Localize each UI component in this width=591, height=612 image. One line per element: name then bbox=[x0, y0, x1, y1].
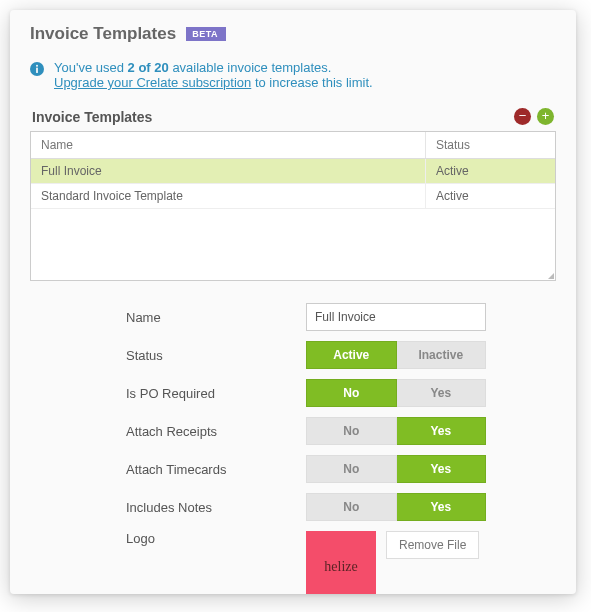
label-attach-receipts: Attach Receipts bbox=[126, 424, 276, 439]
add-template-button[interactable]: + bbox=[537, 108, 554, 125]
settings-card: Invoice Templates BETA You've used 2 of … bbox=[10, 10, 576, 594]
po-option-no[interactable]: No bbox=[306, 379, 397, 407]
table-row[interactable]: Full Invoice Active bbox=[31, 159, 555, 184]
timecards-option-yes[interactable]: Yes bbox=[397, 455, 487, 483]
resize-handle-icon[interactable] bbox=[548, 273, 554, 279]
attach-timecards-toggle: No Yes bbox=[306, 455, 486, 483]
plus-icon: + bbox=[542, 109, 550, 122]
cell-status: Active bbox=[425, 184, 555, 208]
field-po-required: Is PO Required No Yes bbox=[126, 379, 550, 407]
col-status[interactable]: Status bbox=[425, 132, 555, 158]
svg-rect-1 bbox=[36, 68, 38, 73]
name-input[interactable] bbox=[306, 303, 486, 331]
minus-icon: − bbox=[519, 109, 527, 122]
usage-notice: You've used 2 of 20 available invoice te… bbox=[30, 54, 556, 104]
notice-prefix: You've used bbox=[54, 60, 128, 75]
table-row[interactable]: Standard Invoice Template Active bbox=[31, 184, 555, 209]
includes-notes-toggle: No Yes bbox=[306, 493, 486, 521]
page-header: Invoice Templates BETA bbox=[30, 10, 556, 54]
notice-count: 2 of 20 bbox=[128, 60, 169, 75]
page-title: Invoice Templates bbox=[30, 24, 176, 44]
po-option-yes[interactable]: Yes bbox=[397, 379, 487, 407]
panel-title: Invoice Templates bbox=[32, 109, 152, 125]
col-name[interactable]: Name bbox=[31, 132, 425, 158]
attach-receipts-toggle: No Yes bbox=[306, 417, 486, 445]
svg-rect-2 bbox=[36, 65, 38, 67]
status-toggle: Active Inactive bbox=[306, 341, 486, 369]
label-po-required: Is PO Required bbox=[126, 386, 276, 401]
panel-actions: − + bbox=[514, 108, 554, 125]
template-form: Name Status Active Inactive Is PO Requir… bbox=[30, 303, 556, 594]
beta-badge: BETA bbox=[186, 27, 226, 41]
table-header: Name Status bbox=[31, 132, 555, 159]
receipts-option-no[interactable]: No bbox=[306, 417, 397, 445]
notice-mid: available invoice templates. bbox=[169, 60, 332, 75]
field-name: Name bbox=[126, 303, 550, 331]
status-option-active[interactable]: Active bbox=[306, 341, 397, 369]
receipts-option-yes[interactable]: Yes bbox=[397, 417, 487, 445]
field-includes-notes: Includes Notes No Yes bbox=[126, 493, 550, 521]
status-option-inactive[interactable]: Inactive bbox=[397, 341, 487, 369]
usage-notice-text: You've used 2 of 20 available invoice te… bbox=[54, 60, 373, 90]
cell-status: Active bbox=[425, 159, 555, 183]
cell-name: Standard Invoice Template bbox=[31, 184, 425, 208]
label-name: Name bbox=[126, 310, 276, 325]
templates-table: Name Status Full Invoice Active Standard… bbox=[30, 131, 556, 281]
info-icon bbox=[30, 62, 44, 76]
table-body: Full Invoice Active Standard Invoice Tem… bbox=[31, 159, 555, 280]
notes-option-yes[interactable]: Yes bbox=[397, 493, 487, 521]
remove-template-button[interactable]: − bbox=[514, 108, 531, 125]
field-logo: Logo helize Remove File bbox=[126, 531, 550, 594]
cell-name: Full Invoice bbox=[31, 159, 425, 183]
upgrade-link[interactable]: Upgrade your Crelate subscription bbox=[54, 75, 251, 90]
notes-option-no[interactable]: No bbox=[306, 493, 397, 521]
logo-preview[interactable]: helize bbox=[306, 531, 376, 594]
field-attach-timecards: Attach Timecards No Yes bbox=[126, 455, 550, 483]
field-attach-receipts: Attach Receipts No Yes bbox=[126, 417, 550, 445]
field-status: Status Active Inactive bbox=[126, 341, 550, 369]
label-attach-timecards: Attach Timecards bbox=[126, 462, 276, 477]
remove-file-button[interactable]: Remove File bbox=[386, 531, 479, 559]
po-required-toggle: No Yes bbox=[306, 379, 486, 407]
label-includes-notes: Includes Notes bbox=[126, 500, 276, 515]
label-logo: Logo bbox=[126, 531, 276, 546]
panel-header: Invoice Templates − + bbox=[30, 104, 556, 131]
timecards-option-no[interactable]: No bbox=[306, 455, 397, 483]
logo-area: helize Remove File bbox=[306, 531, 486, 594]
label-status: Status bbox=[126, 348, 276, 363]
notice-suffix: to increase this limit. bbox=[251, 75, 372, 90]
